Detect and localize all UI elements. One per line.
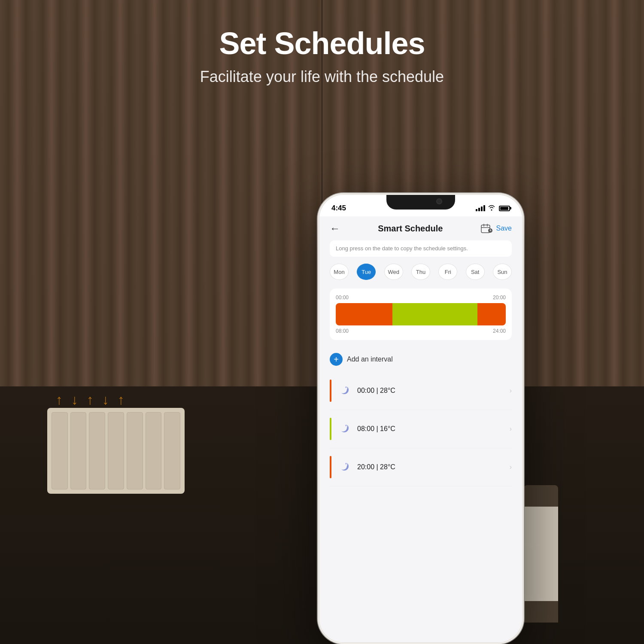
add-interval-button[interactable]: + Add an interval bbox=[330, 347, 512, 372]
day-btn-tue[interactable]: Tue bbox=[357, 264, 376, 280]
heat-arrow-1: ↑ bbox=[56, 392, 63, 408]
day-btn-thu[interactable]: Thu bbox=[411, 264, 430, 280]
signal-bar-1 bbox=[476, 209, 477, 211]
day-selector: Mon Tue Wed Thu Fri Sat Sun bbox=[330, 264, 512, 280]
interval-time-3: 20:00 | 28°C bbox=[357, 463, 510, 471]
svg-point-9 bbox=[345, 425, 347, 426]
moon-icon-2 bbox=[338, 421, 351, 437]
svg-point-8 bbox=[347, 389, 349, 390]
interval-color-bar-1 bbox=[330, 380, 331, 402]
signal-bar-4 bbox=[483, 205, 485, 211]
interval-time-2: 08:00 | 16°C bbox=[357, 425, 510, 433]
interval-list: 00:00 | 28°C › 08:00 | bbox=[330, 372, 512, 486]
rad-fin bbox=[146, 412, 162, 489]
radiator-area: ↑ ↓ ↑ ↓ ↑ bbox=[34, 408, 197, 494]
interval-item-3[interactable]: 20:00 | 28°C › bbox=[330, 448, 512, 486]
day-btn-sun[interactable]: Sun bbox=[493, 264, 512, 280]
radiator bbox=[47, 408, 185, 494]
wifi-icon bbox=[488, 205, 495, 212]
timeline-bar[interactable] bbox=[336, 303, 506, 325]
app-title: Smart Schedule bbox=[378, 224, 443, 234]
svg-point-7 bbox=[345, 386, 347, 388]
svg-point-12 bbox=[347, 465, 349, 466]
interval-color-bar-3 bbox=[330, 456, 331, 478]
svg-point-11 bbox=[345, 463, 347, 465]
signal-bar-2 bbox=[478, 208, 480, 211]
battery-fill bbox=[500, 207, 508, 210]
interval-item-1[interactable]: 00:00 | 28°C › bbox=[330, 372, 512, 410]
timeline-label-00: 00:00 bbox=[336, 295, 349, 301]
day-btn-fri[interactable]: Fri bbox=[438, 264, 457, 280]
add-icon: + bbox=[330, 353, 343, 366]
schedule-icon bbox=[481, 224, 493, 233]
timeline-label-24: 24:00 bbox=[493, 328, 506, 334]
interval-chevron-1: › bbox=[510, 387, 512, 395]
hero-title: Set Schedules bbox=[0, 26, 644, 61]
heat-arrows: ↑ ↓ ↑ ↓ ↑ bbox=[56, 392, 125, 408]
front-camera bbox=[436, 198, 442, 204]
rad-fin bbox=[108, 412, 124, 489]
status-time: 4:45 bbox=[331, 204, 346, 213]
timeline-bar-orange1 bbox=[336, 303, 392, 325]
rad-fin bbox=[127, 412, 143, 489]
status-icons bbox=[476, 205, 510, 212]
interval-color-bar-2 bbox=[330, 418, 331, 440]
interval-time-1: 00:00 | 28°C bbox=[357, 387, 510, 395]
timeline-bar-orange2 bbox=[477, 303, 506, 325]
hint-text: Long press on the date to copy the sched… bbox=[330, 240, 512, 257]
moon-icon-1 bbox=[338, 383, 351, 398]
heat-arrow-3: ↑ bbox=[87, 392, 94, 408]
timeline-label-08: 08:00 bbox=[336, 328, 349, 334]
phone-outer: 4:45 bbox=[318, 193, 524, 644]
heat-arrow-4: ↓ bbox=[102, 392, 109, 408]
day-btn-wed[interactable]: Wed bbox=[384, 264, 403, 280]
interval-item-2[interactable]: 08:00 | 16°C › bbox=[330, 410, 512, 448]
rad-fin bbox=[164, 412, 180, 489]
phone-container: 4:45 bbox=[318, 193, 524, 644]
hero-section: Set Schedules Facilitate your life with … bbox=[0, 26, 644, 86]
interval-chevron-3: › bbox=[510, 463, 512, 471]
timeline-label-20: 20:00 bbox=[493, 295, 506, 301]
timeline-section: 00:00 20:00 08:00 24:00 bbox=[330, 289, 512, 340]
header-right: Save bbox=[481, 224, 512, 233]
rad-fin bbox=[70, 412, 87, 489]
rad-fin bbox=[52, 412, 68, 489]
save-button[interactable]: Save bbox=[496, 225, 512, 232]
timeline-bar-green bbox=[392, 303, 477, 325]
phone-inner: 4:45 bbox=[319, 195, 522, 642]
heat-arrow-2: ↓ bbox=[71, 392, 78, 408]
phone-notch bbox=[386, 195, 455, 210]
app-header: ← Smart Schedule Save bbox=[330, 216, 512, 240]
timeline-labels-bottom: 08:00 24:00 bbox=[336, 328, 506, 334]
moon-icon-3 bbox=[338, 459, 351, 475]
hero-subtitle: Facilitate your life with the schedule bbox=[0, 68, 644, 86]
signal-bar-3 bbox=[481, 207, 483, 211]
battery-icon bbox=[499, 206, 510, 211]
signal-bars-icon bbox=[476, 205, 485, 211]
add-interval-label: Add an interval bbox=[347, 355, 393, 363]
day-btn-sat[interactable]: Sat bbox=[466, 264, 485, 280]
rad-fin bbox=[89, 412, 105, 489]
app-content: ← Smart Schedule Save bbox=[319, 216, 522, 642]
day-btn-mon[interactable]: Mon bbox=[330, 264, 349, 280]
svg-point-10 bbox=[347, 427, 349, 428]
interval-chevron-2: › bbox=[510, 425, 512, 433]
timeline-labels-top: 00:00 20:00 bbox=[336, 295, 506, 301]
heat-arrow-5: ↑ bbox=[118, 392, 125, 408]
back-button[interactable]: ← bbox=[330, 222, 340, 234]
